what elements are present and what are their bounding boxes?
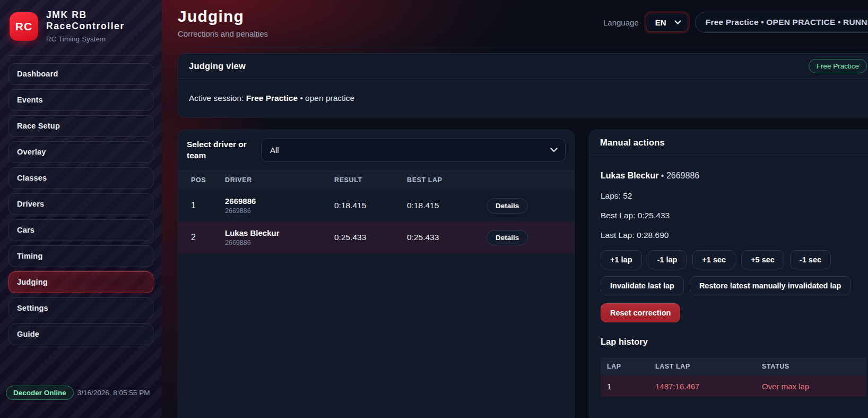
driver-pos: 1 [191,201,225,210]
sidebar-nav-item[interactable]: Events [8,89,153,111]
driver-result: 0:25.433 [334,233,407,242]
lap-history-header-cell: LAP [607,363,655,370]
details-button[interactable]: Details [487,230,528,245]
active-session-label: Active session: [189,93,244,103]
sidebar-nav-item[interactable]: Timing [8,245,153,267]
driver-result: 0:18.415 [334,201,407,210]
selected-driver-line: Lukas Bleckur • 2669886 [601,171,866,181]
app-title-line2: RaceController [46,21,125,32]
adjust-button[interactable]: +1 sec [692,250,735,269]
header-divider [194,47,868,47]
language-select-value: EN [655,18,666,27]
lap-history-header-cell: STATUS [762,363,860,370]
active-session-line: Active session: Free Practice • open pra… [178,79,868,117]
active-session-suffix: • open practice [300,93,354,103]
driver-stat-line: Laps: 52 [601,191,866,201]
sidebar-nav-item-label: Cars [17,226,34,234]
lap-history-body: 1 1487:16.467 Over max lap [601,376,866,397]
driver-table-header-cell: DRIVER [225,176,334,184]
driver-cell: Lukas Bleckur 2669886 [225,228,334,246]
sidebar-nav-item[interactable]: Settings [8,297,153,319]
driver-pos: 2 [191,233,225,242]
driver-stat-line: Best Lap: 0:25.433 [601,211,866,220]
sidebar-nav-item[interactable]: Dashboard [8,63,153,85]
driver-select-card: Select driver or team All POSDRIVERRESUL… [178,130,575,418]
driver-transponder: 2669886 [225,239,334,246]
sidebar-nav-item[interactable]: Drivers [8,193,153,215]
selected-driver-separator: • [661,171,664,180]
sidebar-nav-item[interactable]: Guide [8,323,153,345]
app-title: JMK RB RaceController RC Timing System [46,10,125,44]
manual-actions-header: Manual actions [589,130,868,155]
invalidate-last-lap-button[interactable]: Invalidate last lap [601,276,684,295]
lap-history-table: LAPLAST LAPSTATUS 1 1487:16.467 Over max… [601,357,866,397]
sidebar-nav-item-label: Classes [17,174,47,182]
chevron-down-icon [674,20,681,25]
driver-best-lap: 0:18.415 [407,201,487,210]
sidebar-nav-item[interactable]: Judging [8,271,153,293]
app-title-line1: JMK RB [46,10,125,21]
sidebar-nav-item-label: Overlay [17,148,46,156]
page-header: Judging Corrections and penalties Langua… [162,0,868,47]
selected-driver-name: Lukas Bleckur [601,171,658,180]
adjust-button[interactable]: +1 lap [601,250,642,269]
session-status-badge: Free Practice • OPEN PRACTICE • RUNNING [695,12,868,33]
language-select[interactable]: EN [646,13,688,32]
main-area: Judging Corrections and penalties Langua… [162,0,868,418]
page-content: Judging view Free Practice Active sessio… [162,47,868,418]
chevron-down-icon [550,148,558,152]
driver-select-label: Select driver or team [187,139,249,161]
manual-actions-card: Manual actions Lukas Bleckur • 2669886 L… [589,130,868,418]
sidebar-nav-item-label: Timing [17,252,42,260]
lap-time: 1487:16.467 [655,382,762,391]
active-session-name: Free Practice [246,93,298,103]
driver-table-body: 1 2669886 2669886 0:18.415 0:18.415 Deta… [178,190,574,253]
adjust-button[interactable]: -1 lap [648,250,687,269]
driver-best-lap: 0:25.433 [407,233,487,242]
reset-correction-button[interactable]: Reset correction [601,303,680,322]
adjust-button[interactable]: +5 sec [741,250,784,269]
driver-select-dropdown[interactable]: All [261,138,566,162]
sidebar-nav-item[interactable]: Cars [8,219,153,241]
sidebar-nav-item-label: Dashboard [17,70,58,78]
decoder-status-badge: Decoder Online [6,386,74,400]
free-practice-badge: Free Practice [809,59,867,73]
driver-table-header-cell: POS [191,176,225,184]
sidebar-nav-item[interactable]: Overlay [8,141,153,163]
sidebar-nav-item-label: Settings [17,304,48,312]
manual-actions-title: Manual actions [600,138,665,148]
adjust-buttons-row: +1 lap-1 lap+1 sec+5 sec-1 sec [601,250,866,269]
sidebar-nav-item[interactable]: Race Setup [8,115,153,137]
driver-stats: Laps: 52Best Lap: 0:25.433Last Lap: 0:28… [601,191,866,240]
app-logo: RC [10,12,38,41]
header-controls: Language EN Free Practice • OPEN PRACTIC… [603,12,868,33]
sidebar-nav-item[interactable]: Classes [8,167,153,189]
correction-buttons: +1 lap-1 lap+1 sec+5 sec-1 sec Invalidat… [601,250,866,322]
adjust-button[interactable]: -1 sec [790,250,831,269]
app-header: RC JMK RB RaceController RC Timing Syste… [0,0,162,52]
sidebar-nav-item-label: Events [17,96,43,104]
sidebar-nav-item-label: Judging [17,278,48,286]
driver-stat-line: Last Lap: 0:28.690 [601,231,866,240]
content-columns: Select driver or team All POSDRIVERRESUL… [178,130,868,418]
driver-table-row[interactable]: 2 Lukas Bleckur 2669886 0:25.433 0:25.43… [178,221,574,253]
sidebar-footer: Decoder Online 3/16/2026, 8:05:55 PM [0,386,162,418]
driver-table-row[interactable]: 1 2669886 2669886 0:18.415 0:18.415 Deta… [178,190,574,221]
judging-view-card: Judging view Free Practice Active sessio… [178,53,868,117]
driver-name: 2669886 [225,197,334,206]
manual-actions-body: Lukas Bleckur • 2669886 Laps: 52Best Lap… [589,155,868,407]
sidebar-nav: Dashboard Events Race Setup Overlay Clas… [0,56,162,345]
sidebar-nav-item-label: Guide [17,330,39,338]
judging-view-card-header: Judging view Free Practice [178,54,868,79]
clock-timestamp: 3/16/2026, 8:05:55 PM [77,389,150,397]
lap-number: 1 [607,382,655,391]
driver-cell: 2669886 2669886 [225,197,334,215]
driver-table-header-cell: BEST LAP [407,176,487,184]
driver-name: Lukas Bleckur [225,228,334,237]
lap-buttons-row: Invalidate last lap Restore latest manua… [601,276,866,295]
driver-transponder: 2669886 [225,207,334,215]
restore-invalidated-lap-button[interactable]: Restore latest manually invalidated lap [690,276,851,295]
driver-table-header: POSDRIVERRESULTBEST LAP [178,170,574,190]
driver-select-header: Select driver or team All [178,130,574,170]
details-button[interactable]: Details [487,198,528,214]
